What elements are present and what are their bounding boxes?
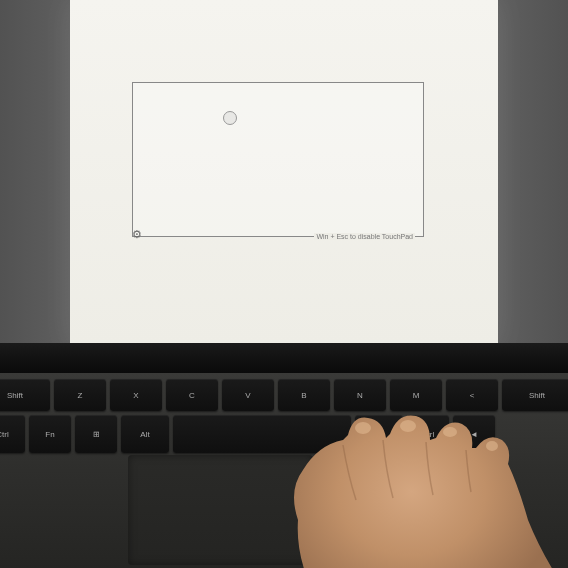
key-windows[interactable]: ⊞ <box>75 415 117 453</box>
help-text: Win + Esc to disable TouchPad <box>314 233 415 240</box>
key-ctrl-left[interactable]: Ctrl <box>0 415 25 453</box>
key-fn[interactable]: Fn <box>29 415 71 453</box>
key-arrow[interactable]: ◄ <box>453 415 495 453</box>
touchpad-diagram-window[interactable]: Win + Esc to disable TouchPad <box>132 82 424 237</box>
key-shift-left[interactable]: Shift <box>0 379 50 411</box>
screen-bezel-left <box>0 0 70 345</box>
laptop-trackpad[interactable] <box>128 455 313 565</box>
gear-icon[interactable] <box>129 226 145 242</box>
keyboard-row-bottom: Ctrl Fn ⊞ Alt Alt Ctrl ◄ <box>0 411 495 457</box>
cursor-position-icon <box>223 111 237 125</box>
screen-bezel-right <box>498 0 568 345</box>
key-comma[interactable]: < <box>446 379 498 411</box>
laptop-scene: Win + Esc to disable TouchPad Shift Z X … <box>0 0 568 568</box>
key-m[interactable]: M <box>390 379 442 411</box>
keyboard-row-shift: Shift Z X C V B N M < Shift <box>0 375 568 415</box>
key-c[interactable]: C <box>166 379 218 411</box>
key-z[interactable]: Z <box>54 379 106 411</box>
key-v[interactable]: V <box>222 379 274 411</box>
screen-bottom-bezel <box>0 343 568 373</box>
key-n[interactable]: N <box>334 379 386 411</box>
keyboard-deck: Shift Z X C V B N M < Shift Ctrl Fn ⊞ Al… <box>0 373 568 568</box>
key-b[interactable]: B <box>278 379 330 411</box>
laptop-screen: Win + Esc to disable TouchPad <box>70 0 498 345</box>
key-alt-left[interactable]: Alt <box>121 415 169 453</box>
key-x[interactable]: X <box>110 379 162 411</box>
key-ctrl-right[interactable]: Ctrl <box>407 415 449 453</box>
key-shift-right[interactable]: Shift <box>502 379 568 411</box>
key-space[interactable] <box>173 415 351 453</box>
key-alt-right[interactable]: Alt <box>355 415 403 453</box>
